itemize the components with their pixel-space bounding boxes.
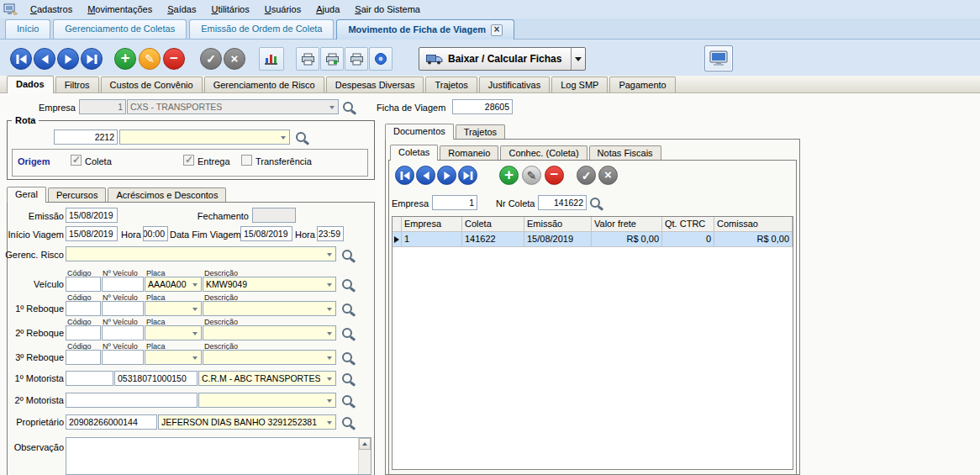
- coleta-nav-prev-button[interactable]: [416, 166, 435, 185]
- tab-conhec-coleta[interactable]: Conhec. (Coleta): [500, 145, 587, 160]
- motorista1-documento-field[interactable]: 05318071000150: [114, 371, 198, 386]
- coleta-nav-last-button[interactable]: [458, 166, 477, 185]
- reboque3-codigo-field[interactable]: [66, 350, 101, 365]
- tab-geral[interactable]: Geral: [7, 187, 46, 203]
- help-button[interactable]: [369, 47, 393, 71]
- rota-search-icon[interactable]: [296, 132, 306, 142]
- rota-codigo-field[interactable]: 2212: [54, 129, 118, 145]
- print-button[interactable]: [296, 47, 319, 71]
- coleta-delete-button[interactable]: [545, 166, 564, 185]
- tab-justificativas[interactable]: Justificativas: [479, 77, 550, 92]
- tab-acrescimos-e-descontos[interactable]: Acréscimos e Descontos: [108, 187, 226, 202]
- gerenc-risco-combo[interactable]: [66, 246, 336, 261]
- nav-first-button[interactable]: [10, 48, 32, 70]
- reboque1-search-icon[interactable]: [342, 303, 352, 314]
- motorista1-nome-combo[interactable]: C.R.M - ABC TRANSPORTES: [198, 371, 336, 386]
- reboque3-placa-combo[interactable]: [145, 350, 202, 365]
- veiculo-codigo-field[interactable]: [66, 277, 101, 292]
- hora-inicio-field[interactable]: 00:00: [143, 226, 168, 241]
- coleta-confirm-button[interactable]: [577, 166, 596, 185]
- menu-utilitarios[interactable]: Utilitários: [203, 1, 256, 18]
- transferencia-checkbox[interactable]: [241, 155, 252, 166]
- veiculo-descricao-combo[interactable]: KMW9049: [203, 277, 336, 292]
- tab-documentos[interactable]: Documentos: [385, 124, 454, 140]
- veiculo-numero-field[interactable]: [102, 277, 144, 292]
- proprietario-nome-combo[interactable]: JEFERSON DIAS BANHO 3291252381: [158, 414, 336, 430]
- tab-movimento-ficha-viagem[interactable]: Movimento de Ficha de Viagem: [336, 19, 514, 40]
- tab-notas-fiscais[interactable]: Notas Fiscais: [589, 145, 661, 160]
- tab-percursos[interactable]: Percursos: [48, 187, 107, 202]
- tab-custos-de-convenio[interactable]: Custos de Convênio: [101, 77, 203, 92]
- fechamento-field[interactable]: [252, 208, 296, 223]
- rota-descricao-combo[interactable]: [119, 129, 290, 145]
- chart-button[interactable]: [259, 47, 284, 71]
- cancel-button[interactable]: [224, 48, 245, 70]
- reboque2-descricao-combo[interactable]: [203, 325, 336, 340]
- reboque2-numero-field[interactable]: [102, 325, 144, 340]
- coleta-nav-next-button[interactable]: [437, 166, 456, 185]
- coleta-cancel-button[interactable]: [598, 166, 618, 185]
- delete-record-button[interactable]: [163, 48, 185, 70]
- coleta-edit-button[interactable]: [522, 166, 541, 185]
- tab-trajetos-right[interactable]: Trajetos: [456, 124, 505, 139]
- entrega-checkbox[interactable]: [183, 155, 194, 166]
- nr-coleta-search-icon[interactable]: [590, 198, 600, 208]
- tab-despesas-diversas[interactable]: Despesas Diversas: [326, 77, 424, 92]
- tab-log-smp[interactable]: Log SMP: [551, 77, 608, 92]
- inicio-viagem-field[interactable]: 15/08/2019: [66, 226, 118, 241]
- menu-saidas[interactable]: Saídas: [160, 1, 203, 18]
- tab-coletas[interactable]: Coletas: [390, 145, 438, 161]
- veiculo-search-icon[interactable]: [342, 279, 352, 289]
- nav-next-button[interactable]: [57, 48, 79, 70]
- reboque2-placa-combo[interactable]: [145, 325, 202, 340]
- tab-pagamento[interactable]: Pagamento: [609, 77, 675, 92]
- tab-gerenciamento-de-risco[interactable]: Gerenciamento de Risco: [204, 77, 324, 92]
- tab-dados[interactable]: Dados: [7, 76, 54, 93]
- ficha-viagem-field[interactable]: 28605: [452, 99, 513, 114]
- empresa-code-field[interactable]: 1: [79, 99, 126, 114]
- tab-trajetos[interactable]: Trajetos: [425, 77, 477, 92]
- tab-inicio[interactable]: Início: [5, 19, 50, 39]
- nav-last-button[interactable]: [81, 48, 103, 70]
- reboque2-search-icon[interactable]: [342, 328, 352, 338]
- reboque1-codigo-field[interactable]: [66, 301, 101, 316]
- data-fim-field[interactable]: 15/08/2019: [240, 226, 292, 241]
- reboque1-placa-combo[interactable]: [145, 301, 202, 316]
- reboque3-descricao-combo[interactable]: [203, 350, 336, 365]
- reboque1-numero-field[interactable]: [102, 301, 144, 316]
- motorista1-search-icon[interactable]: [342, 373, 352, 383]
- edit-record-button[interactable]: [139, 48, 161, 70]
- gerenc-risco-search-icon[interactable]: [342, 250, 352, 260]
- close-tab-icon[interactable]: [491, 24, 503, 36]
- proprietario-search-icon[interactable]: [342, 417, 352, 427]
- menu-usuarios[interactable]: Usuários: [257, 1, 308, 18]
- add-record-button[interactable]: [114, 48, 136, 70]
- menu-movimentacoes[interactable]: Movimentações: [80, 1, 160, 18]
- observacao-textarea[interactable]: [66, 437, 371, 475]
- printer-config-button[interactable]: [704, 45, 733, 71]
- motorista2-search-icon[interactable]: [342, 395, 352, 405]
- empresa-name-combo[interactable]: CXS - TRANSPORTES: [127, 99, 339, 114]
- tab-gerenciamento-de-coletas[interactable]: Gerenciamento de Coletas: [53, 19, 187, 39]
- reboque3-numero-field[interactable]: [102, 350, 144, 365]
- coleta-add-button[interactable]: [499, 166, 519, 185]
- observacao-scrollbar[interactable]: [358, 438, 371, 474]
- motorista1-codigo-field[interactable]: [66, 371, 113, 386]
- menu-ajuda[interactable]: Ajuda: [308, 1, 347, 18]
- menu-cadastros[interactable]: Cadastros: [23, 1, 80, 18]
- coleta-empresa-field[interactable]: 1: [432, 195, 477, 210]
- baixar-calcular-fichas-button[interactable]: Baixar / Calcular Fichas: [419, 47, 586, 71]
- emissao-field[interactable]: 15/08/2019: [66, 208, 118, 223]
- menu-sair-do-sistema[interactable]: Sair do Sistema: [347, 1, 428, 18]
- motorista2-nome-combo[interactable]: [198, 393, 336, 408]
- reboque2-codigo-field[interactable]: [66, 325, 101, 340]
- hora-fim-field[interactable]: 23:59: [317, 226, 344, 241]
- motorista2-documento-field[interactable]: [66, 393, 198, 408]
- coleta-checkbox[interactable]: [71, 155, 82, 166]
- print-report-button[interactable]: [345, 47, 368, 71]
- tab-emissao-ordem-coleta[interactable]: Emissão de Ordem de Coleta: [189, 19, 334, 39]
- grid-row-selected[interactable]: 1 141622 15/08/2019 R$ 0,00 0 R$ 0,00: [393, 232, 793, 247]
- scroll-up-icon[interactable]: [359, 438, 371, 450]
- confirm-button[interactable]: [200, 48, 222, 70]
- tab-romaneio[interactable]: Romaneio: [440, 145, 498, 160]
